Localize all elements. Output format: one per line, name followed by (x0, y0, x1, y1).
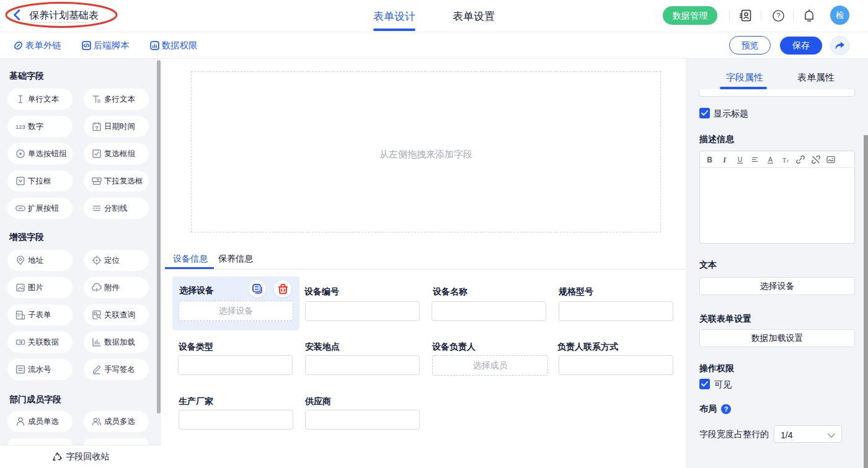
svg-text:?: ? (776, 12, 780, 19)
svg-text:I: I (722, 156, 727, 164)
svg-text:B: B (707, 156, 712, 164)
svg-text:T: T (787, 159, 789, 163)
svg-text:?: ? (724, 405, 728, 413)
svg-text:A: A (768, 156, 773, 163)
svg-text:123: 123 (16, 123, 25, 130)
svg-text:U: U (737, 156, 742, 163)
